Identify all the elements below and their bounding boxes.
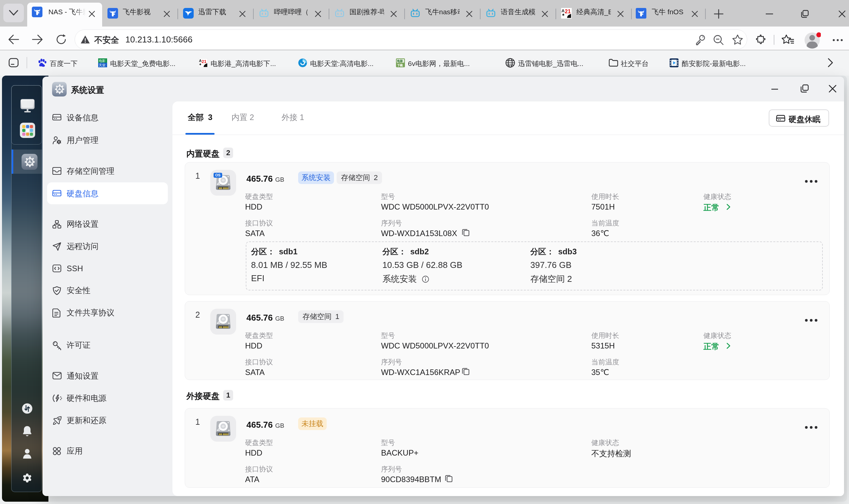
svg-text:天堂: 天堂 xyxy=(99,63,106,67)
svg-text:电影: 电影 xyxy=(397,59,403,63)
svg-text:电影: 电影 xyxy=(99,59,106,63)
svg-text:21: 21 xyxy=(202,59,206,64)
svg-text:下载: 下载 xyxy=(397,64,403,67)
svg-text:♠: ♠ xyxy=(199,62,201,66)
